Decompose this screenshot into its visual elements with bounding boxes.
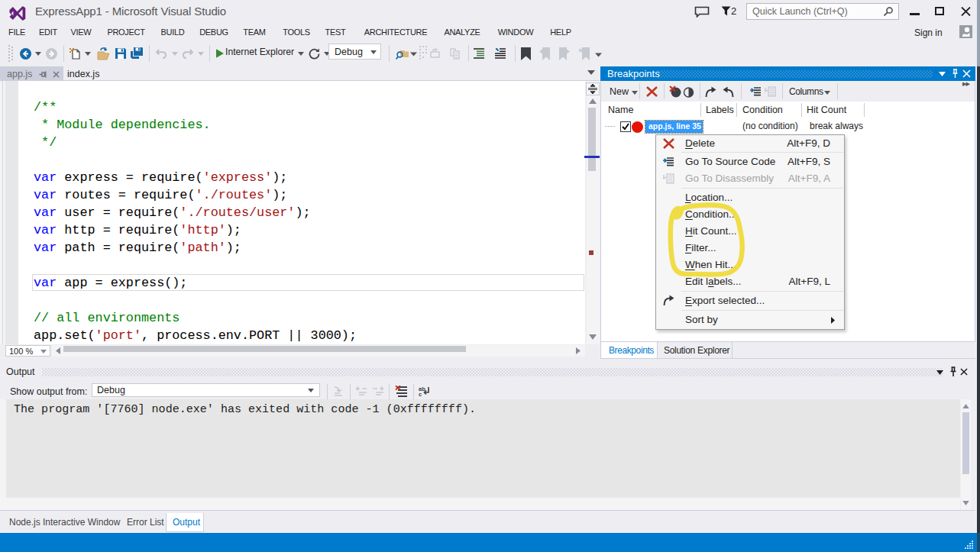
svg-text:c: c [419,391,422,398]
